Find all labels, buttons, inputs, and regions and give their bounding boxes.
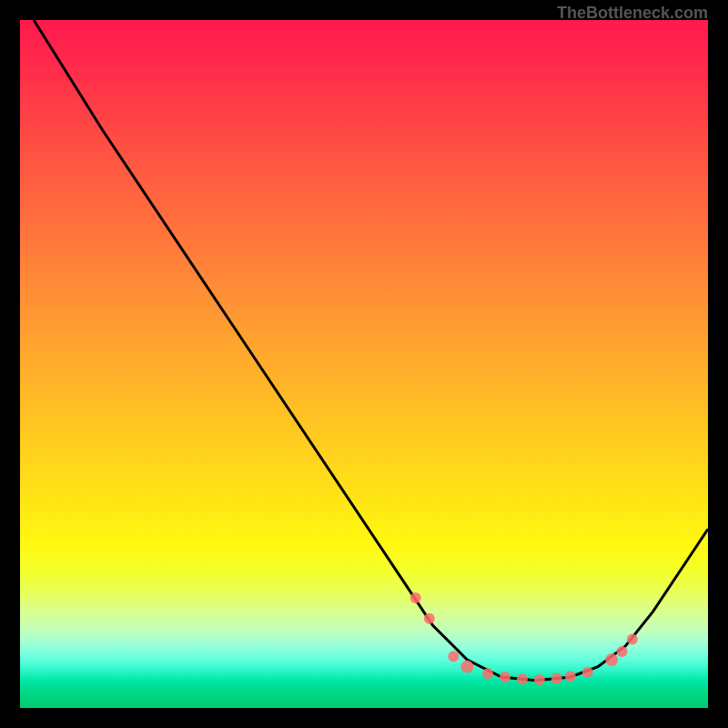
- data-marker: [500, 672, 511, 682]
- data-marker: [410, 592, 421, 603]
- data-marker: [617, 646, 628, 657]
- data-marker: [534, 674, 545, 685]
- data-marker: [605, 653, 618, 666]
- data-marker: [448, 651, 459, 662]
- data-marker: [551, 673, 562, 684]
- data-marker: [565, 671, 576, 682]
- data-marker: [460, 661, 473, 673]
- chart-container: TheBottleneck.com: [0, 0, 728, 728]
- data-marker: [482, 668, 493, 679]
- chart-svg: [20, 20, 708, 708]
- data-marker: [424, 613, 435, 624]
- data-marker: [517, 673, 528, 684]
- curve-line: [34, 20, 708, 681]
- plot-area: [20, 20, 708, 708]
- data-marker: [627, 633, 638, 644]
- data-marker: [582, 667, 593, 678]
